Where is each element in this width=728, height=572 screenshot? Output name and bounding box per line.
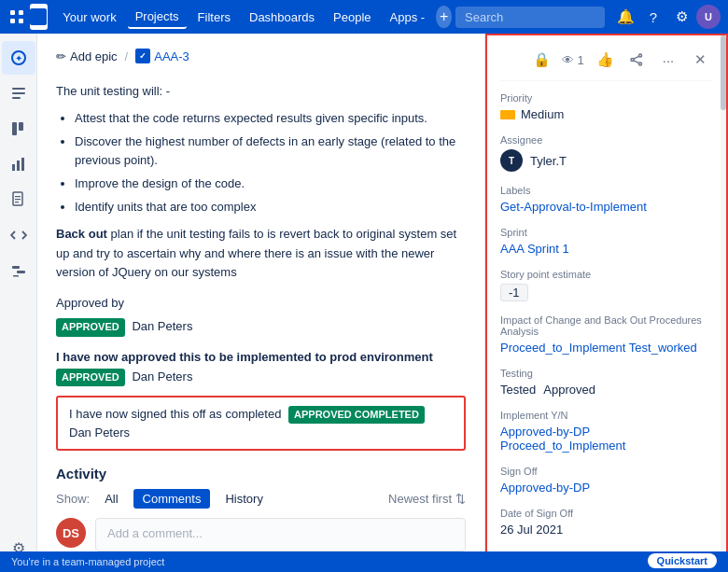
add-epic-button[interactable]: ✏ Add epic xyxy=(56,49,118,63)
lock-icon[interactable]: 🔒 xyxy=(528,47,554,73)
svg-point-21 xyxy=(639,54,642,57)
svg-rect-13 xyxy=(21,158,24,171)
prod-approved-name: Dan Peters xyxy=(132,370,192,384)
signoff-field: Sign Off Approved-by-DP xyxy=(500,466,713,495)
priority-medium-icon xyxy=(500,110,515,119)
sprint-label: Sprint xyxy=(500,227,713,238)
nav-apps[interactable]: Apps - xyxy=(383,7,433,28)
watch-button[interactable]: 👁 1 xyxy=(560,47,586,73)
issue-body: The unit testing will: - Attest that the… xyxy=(56,82,466,451)
testing-value-1: Approved xyxy=(543,383,595,397)
settings-icon[interactable]: ⚙ xyxy=(668,4,694,30)
right-panel-header: 🔒 👁 1 👍 ··· ✕ xyxy=(500,47,713,81)
signoff-value[interactable]: Approved-by-DP xyxy=(500,481,590,495)
approved-badge: APPROVED xyxy=(56,318,125,337)
share-icon[interactable] xyxy=(623,47,650,73)
approved-by-name: Dan Peters xyxy=(132,319,192,333)
separator: / xyxy=(125,49,129,63)
assignee-row[interactable]: T Tyler.T xyxy=(500,149,713,172)
issue-header: ✏ Add epic / ✓ AAA-3 xyxy=(56,49,466,71)
svg-rect-17 xyxy=(15,202,19,202)
jira-logo[interactable] xyxy=(30,4,49,30)
svg-rect-1 xyxy=(19,10,23,15)
signed-completed-badge: APPROVED COMPLETED xyxy=(288,406,425,424)
tab-comments[interactable]: Comments xyxy=(133,489,211,509)
svg-rect-7 xyxy=(12,92,25,94)
sidebar-roadmap-icon[interactable] xyxy=(2,254,35,287)
close-icon[interactable]: ✕ xyxy=(687,47,713,73)
create-button[interactable]: + xyxy=(436,6,452,28)
sprint-field: Sprint AAA Sprint 1 xyxy=(500,227,713,256)
prod-approved-badge: APPROVED xyxy=(56,369,125,387)
nav-projects[interactable]: Projects xyxy=(128,6,187,29)
svg-rect-18 xyxy=(12,266,20,269)
activity-title: Activity xyxy=(56,466,466,481)
sidebar-home-icon[interactable]: ✦ xyxy=(2,41,35,75)
svg-rect-15 xyxy=(15,196,21,197)
impact-value-0[interactable]: Proceed_to_Implement xyxy=(500,341,625,355)
implement-value-1[interactable]: Proceed_to_Implement xyxy=(500,439,625,453)
tab-history[interactable]: History xyxy=(216,489,272,509)
more-icon[interactable]: ··· xyxy=(655,47,681,73)
story-points-value[interactable]: -1 xyxy=(500,284,528,301)
body-intro: The unit testing will: - xyxy=(56,82,466,102)
signed-off-text: I have now signed this off as completed xyxy=(69,407,281,421)
implement-label: Implement Y/N xyxy=(500,410,713,421)
sidebar-code-icon[interactable] xyxy=(2,218,35,252)
user-avatar[interactable]: U xyxy=(696,5,721,29)
prod-approved-line: I have now approved this to be implement… xyxy=(56,348,466,387)
sidebar-board-icon[interactable] xyxy=(2,112,35,146)
notifications-icon[interactable]: 🔔 xyxy=(612,4,638,30)
impact-field: Impact of Change and Back Out Procedures… xyxy=(500,314,713,355)
sidebar-pages-icon[interactable] xyxy=(2,183,35,216)
label-chip[interactable]: Get-Approval-to-Implement xyxy=(500,200,647,214)
nav-icons: 🔔 ? ⚙ U xyxy=(612,4,721,30)
list-item: Identify units that are too complex xyxy=(75,198,466,217)
svg-rect-20 xyxy=(13,275,19,277)
testing-field: Testing Tested Approved xyxy=(500,368,713,397)
quickstart-button[interactable]: Quickstart xyxy=(648,553,717,568)
activity-controls: Show: All Comments History Newest first … xyxy=(56,489,466,509)
thumbsup-icon[interactable]: 👍 xyxy=(592,47,618,73)
impact-value-1[interactable]: Test_worked xyxy=(629,341,697,355)
left-sidebar: ✦ ⚙ xyxy=(0,34,37,572)
svg-rect-19 xyxy=(17,271,25,273)
assignee-avatar: T xyxy=(500,149,523,172)
issue-key[interactable]: ✓ AAA-3 xyxy=(135,49,189,63)
nav-people[interactable]: People xyxy=(326,7,378,28)
svg-rect-2 xyxy=(10,19,15,23)
svg-rect-6 xyxy=(12,88,25,90)
issue-panel: ✏ Add epic / ✓ AAA-3 The unit testing wi… xyxy=(37,34,485,572)
top-nav: Your work Projects Filters Dashboards Pe… xyxy=(0,0,728,34)
sidebar-chart-icon[interactable] xyxy=(2,147,35,181)
scrollbar-thumb[interactable] xyxy=(721,35,726,110)
nav-dashboards[interactable]: Dashboards xyxy=(242,7,322,28)
labels-label: Labels xyxy=(500,185,713,196)
implement-value-0[interactable]: Approved-by-DP xyxy=(500,425,590,439)
sort-button[interactable]: Newest first ⇅ xyxy=(388,492,466,506)
date-signoff-field: Date of Sign Off 26 Jul 2021 xyxy=(500,508,713,537)
svg-rect-12 xyxy=(17,160,20,171)
grid-icon[interactable] xyxy=(7,4,26,30)
comment-input[interactable]: Add a comment... xyxy=(95,518,466,551)
scrollbar-track xyxy=(721,35,726,570)
svg-point-22 xyxy=(639,63,642,65)
sprint-value[interactable]: AAA Sprint 1 xyxy=(500,242,569,256)
tab-all[interactable]: All xyxy=(95,489,127,509)
svg-rect-3 xyxy=(19,19,23,23)
nav-your-work[interactable]: Your work xyxy=(55,7,123,28)
bottom-bar: You're in a team-managed project Quickst… xyxy=(0,551,728,572)
help-icon[interactable]: ? xyxy=(640,4,666,30)
main-area: ✏ Add epic / ✓ AAA-3 The unit testing wi… xyxy=(37,34,728,572)
sort-icon: ⇅ xyxy=(455,492,466,506)
svg-text:✦: ✦ xyxy=(15,53,22,63)
nav-filters[interactable]: Filters xyxy=(190,7,238,28)
approved-by-row: APPROVED Dan Peters xyxy=(56,317,466,337)
priority-row[interactable]: Medium xyxy=(500,107,713,121)
implement-values: Approved-by-DP Proceed_to_Implement xyxy=(500,425,713,453)
testing-label: Testing xyxy=(500,368,713,379)
story-points-label: Story point estimate xyxy=(500,269,713,280)
sidebar-backlog-icon[interactable] xyxy=(2,77,35,110)
search-input[interactable] xyxy=(455,7,605,28)
show-label: Show: xyxy=(56,492,90,506)
